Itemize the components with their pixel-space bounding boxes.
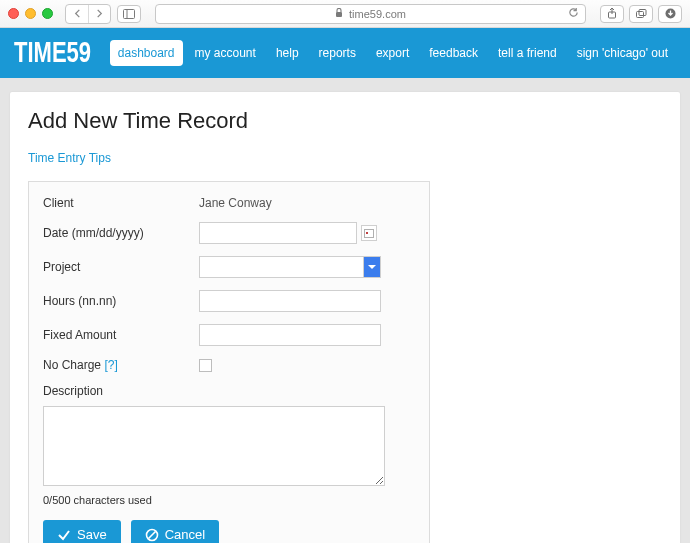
- nav-feedback[interactable]: feedback: [421, 40, 486, 66]
- nav-my-account[interactable]: my account: [187, 40, 264, 66]
- row-fixed-amount: Fixed Amount: [43, 324, 415, 346]
- client-label: Client: [43, 196, 199, 210]
- svg-rect-7: [365, 230, 374, 238]
- project-label: Project: [43, 260, 199, 274]
- check-icon: [57, 528, 71, 542]
- lock-icon: [335, 8, 343, 19]
- date-label: Date (mm/dd/yyyy): [43, 226, 199, 240]
- description-textarea[interactable]: [43, 406, 385, 486]
- calendar-icon[interactable]: [361, 225, 377, 241]
- cancel-button[interactable]: Cancel: [131, 520, 219, 543]
- page-title: Add New Time Record: [28, 108, 662, 134]
- reload-button[interactable]: [568, 7, 579, 20]
- save-button[interactable]: Save: [43, 520, 121, 543]
- main-nav: dashboard my account help reports export…: [110, 40, 676, 66]
- hours-label: Hours (nn.nn): [43, 294, 199, 308]
- nav-back-forward: [65, 4, 111, 24]
- downloads-button[interactable]: [658, 5, 682, 23]
- nav-sign-out[interactable]: sign 'chicago' out: [569, 40, 676, 66]
- window-controls: [8, 8, 53, 19]
- client-value: Jane Conway: [199, 196, 272, 210]
- app-header: TIME59 dashboard my account help reports…: [0, 28, 690, 78]
- logo[interactable]: TIME59: [14, 36, 91, 70]
- fixed-amount-label: Fixed Amount: [43, 328, 199, 342]
- svg-rect-4: [636, 11, 643, 17]
- description-label: Description: [43, 384, 415, 398]
- svg-line-10: [148, 531, 155, 538]
- back-button[interactable]: [66, 5, 88, 23]
- no-charge-label: No Charge [?]: [43, 358, 199, 372]
- no-charge-help-link[interactable]: [?]: [104, 358, 117, 372]
- nav-export[interactable]: export: [368, 40, 417, 66]
- svg-rect-2: [336, 12, 342, 17]
- browser-chrome: time59.com: [0, 0, 690, 28]
- date-input[interactable]: [199, 222, 357, 244]
- maximize-window-icon[interactable]: [42, 8, 53, 19]
- svg-rect-5: [639, 9, 646, 15]
- nav-reports[interactable]: reports: [311, 40, 364, 66]
- time-record-form: Client Jane Conway Date (mm/dd/yyyy) Pro…: [28, 181, 430, 543]
- address-host: time59.com: [349, 8, 406, 20]
- row-hours: Hours (nn.nn): [43, 290, 415, 312]
- share-button[interactable]: [600, 5, 624, 23]
- svg-rect-8: [366, 232, 368, 234]
- cancel-icon: [145, 528, 159, 542]
- page-card: Add New Time Record Time Entry Tips Clie…: [10, 92, 680, 543]
- sidebar-toggle-button[interactable]: [117, 5, 141, 23]
- nav-tell-friend[interactable]: tell a friend: [490, 40, 565, 66]
- row-no-charge: No Charge [?]: [43, 358, 415, 372]
- svg-rect-0: [124, 9, 135, 18]
- save-button-label: Save: [77, 527, 107, 542]
- browser-tools: [600, 5, 682, 23]
- forward-button[interactable]: [88, 5, 110, 23]
- nav-dashboard[interactable]: dashboard: [110, 40, 183, 66]
- no-charge-text: No Charge: [43, 358, 104, 372]
- row-date: Date (mm/dd/yyyy): [43, 222, 415, 244]
- no-charge-checkbox[interactable]: [199, 359, 212, 372]
- time-entry-tips-link[interactable]: Time Entry Tips: [28, 151, 111, 165]
- fixed-amount-input[interactable]: [199, 324, 381, 346]
- page-background: Add New Time Record Time Entry Tips Clie…: [0, 78, 690, 543]
- tabs-button[interactable]: [629, 5, 653, 23]
- row-project: Project: [43, 256, 415, 278]
- close-window-icon[interactable]: [8, 8, 19, 19]
- cancel-button-label: Cancel: [165, 527, 205, 542]
- minimize-window-icon[interactable]: [25, 8, 36, 19]
- form-actions: Save Cancel: [43, 520, 415, 543]
- character-counter: 0/500 characters used: [43, 494, 415, 506]
- project-select[interactable]: [199, 256, 381, 278]
- nav-help[interactable]: help: [268, 40, 307, 66]
- row-client: Client Jane Conway: [43, 196, 415, 210]
- hours-input[interactable]: [199, 290, 381, 312]
- address-bar[interactable]: time59.com: [155, 4, 586, 24]
